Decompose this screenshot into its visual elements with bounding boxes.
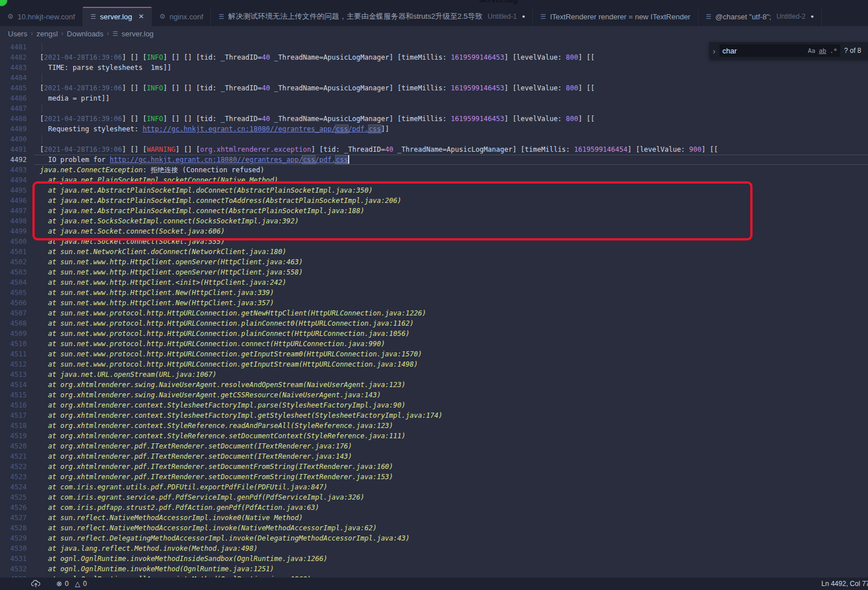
log-line-4489[interactable]: 4489 Requesting stylesheet: http://gc.hn… (0, 124, 868, 134)
whole-word-icon[interactable]: ab (819, 47, 826, 55)
log-line-4521[interactable]: 4521 at org.xhtmlrenderer.pdf.ITextRende… (0, 451, 868, 462)
line-number: 4511 (0, 349, 27, 359)
breadcrumb-item[interactable]: Users (8, 30, 27, 38)
log-line-4524[interactable]: 4524 at com.iris.egrant.utils.pdf.PDFUti… (0, 482, 868, 492)
line-content: at sun.net.www.http.HttpClient.New(HttpC… (40, 288, 274, 298)
log-line-4518[interactable]: 4518 at org.xhtmlrenderer.context.StyleR… (0, 421, 868, 431)
log-line-4507[interactable]: 4507 at sun.net.www.protocol.http.HttpUR… (0, 308, 868, 318)
line-number: 4521 (0, 451, 27, 462)
drag-ghost-label: server.log (479, 0, 518, 4)
log-line-4496[interactable]: 4496 at java.net.AbstractPlainSocketImpl… (0, 196, 868, 206)
unsaved-dot-icon[interactable]: ● (811, 14, 813, 19)
line-content: Requesting stylesheet: http://gc.hnkjt.e… (40, 124, 389, 134)
log-line-4530[interactable]: 4530 at java.lang.reflect.Method.invoke(… (0, 543, 868, 554)
tab-itextrenderer-renderer-new-ite[interactable]: ☰ITextRenderer renderer = new ITextRende… (533, 7, 698, 26)
find-query[interactable]: char (722, 47, 804, 55)
log-line-4494[interactable]: 4494 at java.net.PlainSocketImpl.socketC… (0, 175, 868, 185)
log-line-4501[interactable]: 4501 at sun.net.NetworkClient.doConnect(… (0, 247, 868, 257)
log-line-4515[interactable]: 4515 at org.xhtmlrenderer.swing.NaiveUse… (0, 390, 868, 400)
line-number: 4495 (0, 185, 27, 196)
line-content: at ognl.OgnlRuntime.invokeMethodInsideSa… (40, 554, 328, 564)
log-line-4506[interactable]: 4506 at sun.net.www.http.HttpClient.New(… (0, 298, 868, 308)
log-line-4525[interactable]: 4525 at com.iris.egrant.service.pdf.PdfS… (0, 492, 868, 502)
line-number: 4512 (0, 359, 27, 369)
line-number: 4531 (0, 554, 27, 564)
line-content: at org.xhtmlrenderer.pdf.ITextRenderer.s… (40, 451, 352, 462)
tab-server-log[interactable]: ☰server.log✕ (83, 7, 152, 26)
log-line-4520[interactable]: 4520 at org.xhtmlrenderer.pdf.ITextRende… (0, 441, 868, 451)
log-line-4514[interactable]: 4514 at org.xhtmlrenderer.swing.NaiveUse… (0, 380, 868, 390)
log-line-4486[interactable]: 4486 media = print]] (0, 93, 868, 103)
log-line-4532[interactable]: 4532 at ognl.OgnlRuntime.invokeMethod(Og… (0, 564, 868, 574)
line-content: media = print]] (40, 93, 110, 103)
tab-bar: ⚙10.hnkjt-new.conf☰server.log✕⚙nginx.con… (0, 0, 868, 26)
log-line-4500[interactable]: 4500 at java.net.Socket.connect(Socket.j… (0, 236, 868, 247)
line-content: at org.xhtmlrenderer.pdf.ITextRenderer.s… (40, 441, 352, 451)
line-content: at org.xhtmlrenderer.context.StylesheetF… (40, 400, 406, 410)
find-input[interactable]: char Aa ab .* (720, 44, 840, 57)
log-line-4490[interactable]: 4490 (0, 134, 868, 144)
log-line-4527[interactable]: 4527 at sun.reflect.NativeMethodAccessor… (0, 513, 868, 523)
line-number: 4485 (0, 83, 27, 93)
log-line-4529[interactable]: 4529 at sun.reflect.DelegatingMethodAcce… (0, 533, 868, 543)
log-line-4493[interactable]: 4493java.net.ConnectException: 拒绝连接 (Con… (0, 165, 868, 175)
log-line-4510[interactable]: 4510 at sun.net.www.protocol.http.HttpUR… (0, 339, 868, 349)
gear-icon: ⚙ (7, 13, 14, 20)
log-line-4502[interactable]: 4502 at sun.net.www.http.HttpClient.open… (0, 257, 868, 267)
log-line-4517[interactable]: 4517 at org.xhtmlrenderer.context.Styles… (0, 410, 868, 421)
unsaved-dot-icon[interactable]: ● (522, 14, 525, 19)
log-line-4526[interactable]: 4526 at com.iris.pdfapp.strust2.pdf.PdfA… (0, 502, 868, 513)
log-line-4509[interactable]: 4509 at sun.net.www.protocol.http.HttpUR… (0, 329, 868, 339)
log-line-4497[interactable]: 4497 at java.net.AbstractPlainSocketImpl… (0, 206, 868, 216)
line-number: 4491 (0, 144, 27, 155)
log-line-4492[interactable]: 4492 IO problem for http://gc.hnkjt.egra… (0, 155, 868, 165)
log-line-4512[interactable]: 4512 at sun.net.www.protocol.http.HttpUR… (0, 359, 868, 369)
log-line-4484[interactable]: 4484 (0, 73, 868, 83)
regex-icon[interactable]: .* (830, 47, 837, 55)
line-content: java.net.ConnectException: 拒绝连接 (Connect… (40, 165, 264, 175)
log-line-4513[interactable]: 4513 at java.net.URL.openStream(URL.java… (0, 369, 868, 380)
match-case-icon[interactable]: Aa (808, 47, 815, 55)
breadcrumb-file[interactable]: ☰server.log (113, 30, 154, 38)
log-line-4485[interactable]: 4485[2021-04-28T16:39:06] [] [INFO] [] [… (0, 83, 868, 93)
line-number: 4510 (0, 339, 27, 349)
log-line-4528[interactable]: 4528 at sun.reflect.NativeMethodAccessor… (0, 523, 868, 533)
editor-rows: 44814482[2021-04-28T16:39:06] [] [INFO] … (0, 42, 868, 577)
log-line-4495[interactable]: 4495 at java.net.AbstractPlainSocketImpl… (0, 185, 868, 196)
log-line-4508[interactable]: 4508 at sun.net.www.protocol.http.HttpUR… (0, 318, 868, 329)
tab-10-hnkjt-new-conf[interactable]: ⚙10.hnkjt-new.conf (0, 7, 83, 26)
log-line-4503[interactable]: 4503 at sun.net.www.http.HttpClient.open… (0, 267, 868, 277)
indent-guide (42, 43, 42, 52)
log-line-4531[interactable]: 4531 at ognl.OgnlRuntime.invokeMethodIns… (0, 554, 868, 564)
toggle-replace-chevron-icon[interactable]: › (713, 46, 716, 56)
line-number: 4527 (0, 513, 27, 523)
log-line-4511[interactable]: 4511 at sun.net.www.protocol.http.HttpUR… (0, 349, 868, 359)
log-line-4523[interactable]: 4523 at org.xhtmlrenderer.pdf.ITextRende… (0, 472, 868, 482)
log-line-4519[interactable]: 4519 at org.xhtmlrenderer.context.StyleR… (0, 431, 868, 441)
log-line-4487[interactable]: 4487 (0, 103, 868, 114)
breadcrumb-item[interactable]: zengsl (36, 30, 58, 38)
line-number: 4530 (0, 543, 27, 554)
log-line-4505[interactable]: 4505 at sun.net.www.http.HttpClient.New(… (0, 288, 868, 298)
tab--charset-utf-8-[interactable]: ☰@charset "utf-8";Untitled-2● (698, 7, 822, 26)
line-number: 4528 (0, 523, 27, 533)
log-line-4491[interactable]: 4491[2021-04-28T16:39:06] [] [WARNING] [… (0, 144, 868, 155)
log-editor[interactable]: 44814482[2021-04-28T16:39:06] [] [INFO] … (0, 41, 868, 577)
tab-nginx-conf[interactable]: ⚙nginx.conf (152, 7, 211, 26)
tab-close-icon[interactable]: ✕ (138, 13, 144, 20)
log-line-4483[interactable]: 4483 TIME: parse stylesheets 1ms]] (0, 63, 868, 73)
log-line-4499[interactable]: 4499 at java.net.Socket.connect(Socket.j… (0, 226, 868, 236)
log-line-4498[interactable]: 4498 at java.net.SocksSocketImpl.connect… (0, 216, 868, 226)
line-content: at sun.net.www.protocol.http.HttpURLConn… (40, 318, 414, 329)
log-line-4516[interactable]: 4516 at org.xhtmlrenderer.context.Styles… (0, 400, 868, 410)
line-number: 4514 (0, 380, 27, 390)
log-line-4488[interactable]: 4488[2021-04-28T16:39:06] [] [INFO] [] [… (0, 114, 868, 124)
log-line-4522[interactable]: 4522 at org.xhtmlrenderer.pdf.ITextRende… (0, 462, 868, 472)
publish-button[interactable] (31, 580, 40, 588)
problems-indicator[interactable]: ⊗ 0 △ 0 (56, 580, 87, 588)
breadcrumb-item[interactable]: Downloads (67, 30, 104, 38)
tab--struts2-2-5-[interactable]: ☰解决测试环境无法上传文件的问题，主要由金蝶服务器和struts2升级至2.5导… (211, 7, 533, 26)
log-line-4504[interactable]: 4504 at sun.net.www.http.HttpClient.<ini… (0, 277, 868, 288)
cursor-position[interactable]: Ln 4492, Col 77 (821, 577, 868, 590)
line-content: [2021-04-28T16:39:06] [] [INFO] [] [] [t… (40, 83, 594, 93)
